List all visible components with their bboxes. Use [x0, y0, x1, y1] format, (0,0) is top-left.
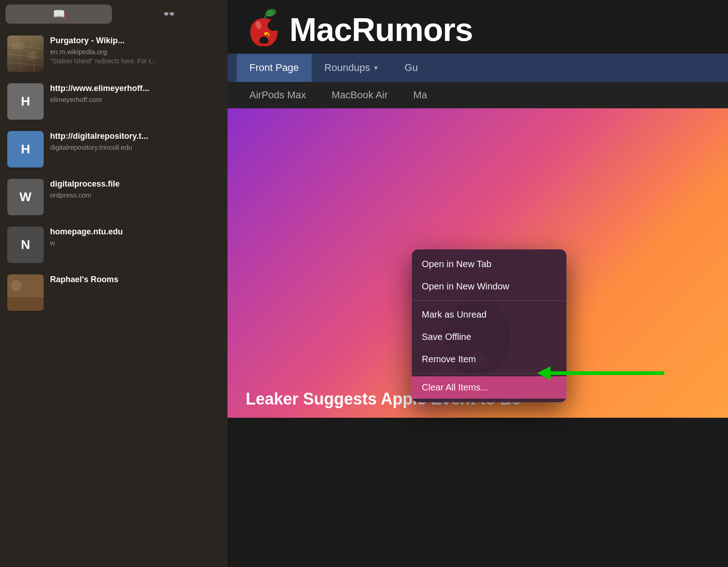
- item-text-content: homepage.ntu.edu w: [50, 227, 220, 248]
- item-url: en.m.wikipedia.org: [50, 48, 220, 56]
- context-menu-mark-unread[interactable]: Mark as Unread: [412, 304, 566, 326]
- main-nav: Front Page Roundups ▼ Gu: [228, 54, 728, 82]
- green-arrow-icon: [537, 364, 664, 382]
- sub-nav-label: MacBook Air: [332, 89, 388, 101]
- chevron-down-icon: ▼: [373, 64, 379, 71]
- item-title: digitalprocess.file: [50, 179, 220, 189]
- nav-label: Front Page: [249, 62, 299, 74]
- item-title: http://www.elimeyerhoff...: [50, 83, 220, 94]
- thumb-letter: H: [21, 142, 30, 157]
- item-title: Purgatory - Wikip...: [50, 35, 220, 46]
- svg-rect-6: [28, 51, 37, 60]
- svg-point-12: [268, 20, 280, 31]
- item-title: http://digitalrepository.t...: [50, 131, 220, 142]
- item-url: digitalrepository.trincoll.edu: [50, 143, 220, 151]
- glasses-icon: 👓: [163, 8, 175, 20]
- item-text-content: http://digitalrepository.t... digitalrep…: [50, 131, 220, 152]
- sub-nav-macbook-air[interactable]: MacBook Air: [319, 82, 401, 108]
- item-thumbnail: H: [7, 131, 44, 167]
- thumb-letter: W: [20, 190, 31, 204]
- site-header: MacRumors: [228, 0, 728, 50]
- context-menu-open-new-window[interactable]: Open in New Window: [412, 275, 566, 298]
- item-thumbnail: N: [7, 227, 44, 263]
- sub-nav-label: AirPods Max: [249, 89, 306, 101]
- main-content: MacRumors Front Page Roundups ▼ Gu AirPo…: [228, 0, 728, 567]
- svg-line-1: [7, 54, 44, 58]
- list-item[interactable]: H http://digitalrepository.t... digitalr…: [0, 126, 228, 173]
- arrow-annotation: [537, 364, 664, 382]
- reading-list-items: Purgatory - Wikip... en.m.wikipedia.org …: [0, 28, 228, 567]
- list-item[interactable]: Raphael's Rooms: [0, 269, 228, 317]
- item-title: Raphael's Rooms: [50, 274, 220, 285]
- tab-reader-view[interactable]: 👓: [116, 5, 222, 24]
- sub-nav: AirPods Max MacBook Air Ma: [228, 82, 728, 108]
- item-url: w: [50, 239, 220, 247]
- site-title: MacRumors: [289, 11, 473, 48]
- tab-reading-list[interactable]: 📖: [5, 5, 112, 24]
- sub-nav-more[interactable]: Ma: [400, 82, 440, 108]
- svg-rect-5: [12, 42, 23, 49]
- sidebar-tab-bar: 📖 👓: [0, 0, 228, 28]
- list-item[interactable]: H http://www.elimeyerhoff... elimeyerhof…: [0, 78, 228, 126]
- book-icon: 📖: [53, 8, 65, 20]
- list-item[interactable]: W digitalprocess.file ordpress.com: [0, 173, 228, 221]
- item-text-content: Raphael's Rooms: [50, 274, 220, 287]
- item-title: homepage.ntu.edu: [50, 227, 220, 237]
- item-text-content: Purgatory - Wikip... en.m.wikipedia.org …: [50, 35, 220, 66]
- macrumors-apple-icon: [246, 9, 282, 50]
- svg-line-3: [16, 35, 21, 72]
- thumb-letter: N: [21, 238, 30, 252]
- item-url: elimeyerhoff.com: [50, 96, 220, 103]
- item-thumbnail: [7, 274, 44, 311]
- svg-marker-16: [537, 366, 551, 380]
- item-thumbnail: H: [7, 83, 44, 120]
- svg-point-8: [11, 280, 22, 291]
- nav-item-guides[interactable]: Gu: [392, 54, 430, 82]
- nav-label: Gu: [404, 62, 418, 74]
- nav-item-frontpage[interactable]: Front Page: [237, 54, 312, 82]
- sub-nav-airpods-max[interactable]: AirPods Max: [237, 82, 319, 108]
- nav-item-roundups[interactable]: Roundups ▼: [312, 54, 392, 82]
- svg-line-2: [7, 63, 44, 65]
- context-menu-save-offline[interactable]: Save Offline: [412, 326, 566, 348]
- item-thumbnail: [7, 35, 44, 72]
- nav-label: Roundups: [324, 62, 370, 74]
- list-item[interactable]: Purgatory - Wikip... en.m.wikipedia.org …: [0, 30, 228, 78]
- item-text-content: http://www.elimeyerhoff... elimeyerhoff.…: [50, 83, 220, 105]
- context-menu-open-new-tab[interactable]: Open in New Tab: [412, 253, 566, 275]
- site-logo: [246, 9, 282, 50]
- sidebar: 📖 👓: [0, 0, 228, 567]
- sub-nav-label: Ma: [413, 89, 427, 101]
- item-desc: "Station Island" redirects here. For t..…: [50, 57, 220, 65]
- item-url: ordpress.com: [50, 191, 220, 199]
- svg-rect-9: [7, 297, 44, 311]
- item-text-content: digitalprocess.file ordpress.com: [50, 179, 220, 200]
- item-thumbnail: W: [7, 179, 44, 215]
- list-item[interactable]: N homepage.ntu.edu w: [0, 221, 228, 269]
- context-menu-separator-1: [412, 300, 566, 301]
- thumb-letter: H: [21, 94, 30, 109]
